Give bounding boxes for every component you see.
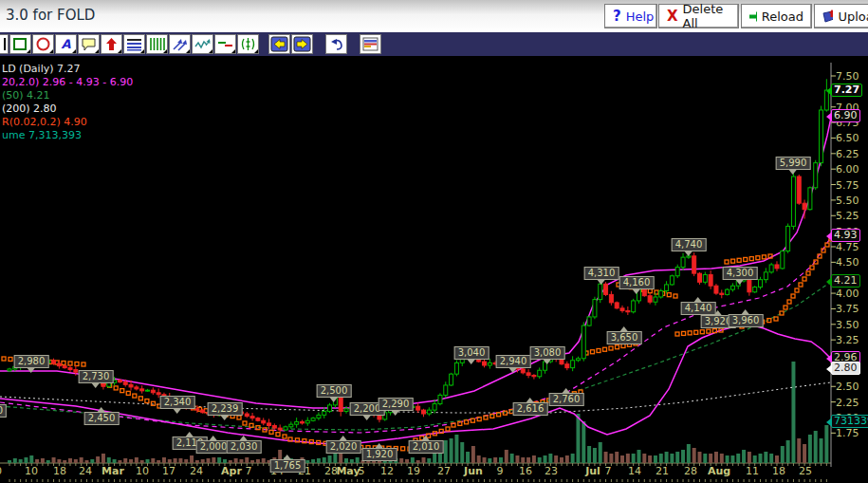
dropdown-mark-icon (95, 49, 99, 53)
rectangle-tool-button[interactable] (9, 34, 31, 54)
help-button[interactable]: ? Help (604, 4, 657, 28)
x-axis-label: 24 (190, 465, 203, 477)
x-axis-label: 16 (519, 465, 532, 477)
y-axis-label: 2.25 (836, 397, 859, 409)
price-flag[interactable]: 2,290 (379, 398, 414, 416)
price-flag[interactable]: 4,300 (723, 267, 758, 285)
pan-left-button[interactable] (268, 34, 290, 54)
price-flag[interactable]: 3,040 (454, 346, 489, 364)
badge-pointer-icon (826, 355, 831, 362)
y-axis-label: 4.75 (836, 241, 859, 253)
badge-pointer-icon (826, 278, 831, 286)
flag-pointer-down-icon (789, 170, 797, 175)
x-axis-label: 17 (162, 465, 175, 477)
axis-badge-value: 7.27 (834, 84, 859, 96)
trend-line-tool-button[interactable] (169, 34, 191, 54)
axis-badge-value: 6.90 (834, 109, 858, 121)
price-flag[interactable]: 1,765 (270, 455, 305, 473)
vertical-lines-tool-button[interactable] (146, 34, 168, 54)
upload-icon (822, 9, 833, 23)
dropdown-mark-icon (140, 49, 144, 53)
x-axis-label: 10 (0, 465, 2, 477)
price-flag-label: 2,500 (317, 384, 352, 398)
note-tool-button[interactable] (78, 34, 100, 54)
legend-line: 20,2.0) 2.96 - 4.93 - 6.90 (2, 76, 133, 89)
window-title: 3.0 for FOLD (6, 7, 95, 24)
y-axis-label: 6.50 (836, 132, 859, 144)
legend-line: R(0.02,0.2) 4.90 (2, 116, 133, 129)
flag-pointer-down-icon (544, 360, 551, 364)
dropdown-mark-icon (118, 49, 121, 53)
text-tool-button[interactable]: A (55, 34, 77, 54)
price-flag-label: 4,300 (723, 267, 758, 280)
chart-area[interactable]: LD (Daily) 7.2720,2.0) 2.96 - 4.93 - 6.9… (0, 59, 868, 483)
price-flag[interactable]: 2,500 (317, 384, 352, 402)
price-flag[interactable]: 2,980 (14, 355, 49, 373)
price-flag-label: 3,650 (607, 331, 642, 344)
bb_upper-line (0, 118, 831, 408)
delete-all-button[interactable]: X Delete All (658, 4, 739, 28)
price-flag[interactable]: 2,239 (208, 402, 243, 420)
vertical-line-tool-button[interactable] (0, 34, 9, 54)
arrow-marker-tool-button[interactable] (101, 34, 122, 54)
y-axis-label: 2.50 (836, 381, 859, 393)
badge-pointer-icon (826, 113, 831, 121)
flag-pointer-down-icon (28, 368, 35, 373)
ellipse-tool-button[interactable] (32, 34, 54, 54)
y-axis-label: 3.75 (836, 303, 859, 315)
x-axis-label: 24 (79, 465, 92, 477)
axis-badge-value: 2.80 (834, 362, 858, 374)
price-flag[interactable]: 1,920 (362, 443, 397, 461)
price-flag-label: 2,450 (84, 412, 120, 425)
fibonacci-tool-button[interactable] (237, 34, 259, 54)
x-axis-label: 9 (497, 465, 504, 477)
price-flag[interactable]: 3,080 (530, 346, 565, 364)
x-axis-label: 10 (136, 465, 149, 477)
text-a-icon: A (61, 37, 70, 51)
price-flag[interactable]: 2,760 (549, 388, 584, 406)
legend-line: (200) 2.80 (2, 102, 133, 116)
levels-button[interactable] (360, 34, 381, 54)
price-flag[interactable]: 4,310 (584, 267, 619, 285)
undo-button[interactable] (325, 34, 347, 54)
flag-pointer-down-icon (92, 383, 100, 388)
badge-pointer-icon (826, 365, 831, 373)
dropdown-mark-icon (163, 49, 167, 53)
y-axis-label: 5.50 (836, 195, 859, 207)
y-axis-label: 3.25 (836, 334, 859, 346)
price-flag[interactable]: 4,160 (619, 276, 655, 294)
price-flag[interactable]: 3,650 (607, 326, 642, 344)
badge-pointer-icon (826, 418, 831, 426)
price-flag[interactable]: 2,940 (496, 355, 531, 373)
price-flag[interactable]: 0 (0, 404, 7, 418)
price-flag-label: 2,239 (208, 402, 243, 416)
price-flag[interactable]: 2,730 (79, 370, 114, 388)
zigzag-tool-button[interactable] (192, 34, 213, 54)
chart-legend: LD (Daily) 7.2720,2.0) 2.96 - 4.93 - 6.9… (2, 63, 133, 142)
pan-right-button[interactable] (291, 34, 313, 54)
colored-levels-icon (362, 37, 379, 51)
badge-pointer-icon (826, 87, 831, 95)
upload-button[interactable]: Upload (814, 4, 868, 28)
reload-button[interactable]: Reload (741, 4, 812, 28)
y-axis-label: 1.75 (836, 427, 859, 439)
price-flag[interactable]: 5,990 (776, 157, 811, 175)
price-flag[interactable]: 2,616 (513, 398, 548, 416)
price-flag[interactable]: 4,740 (672, 238, 707, 256)
price-flag[interactable]: 3,960 (729, 309, 764, 327)
price-flag[interactable]: 2,030 (227, 436, 262, 454)
flag-pointer-down-icon (598, 280, 605, 285)
x-axis-label: 5 (359, 465, 365, 477)
x-axis-month-label: Mar (102, 465, 124, 477)
price-flag[interactable]: 2,450 (84, 407, 120, 425)
question-icon: ? (613, 8, 621, 25)
price-flag[interactable]: 2,340 (160, 396, 195, 414)
horizontal-lines-tool-button[interactable] (123, 34, 145, 54)
price-flag-label: 2,010 (409, 440, 444, 454)
price-flag-label: 3,080 (530, 346, 565, 360)
flag-pointer-down-icon (736, 280, 744, 285)
x-axis-label: 18 (53, 465, 66, 477)
price-flag[interactable]: 2,010 (409, 436, 444, 454)
price-flag[interactable]: 2,020 (326, 436, 361, 454)
support-resistance-tool-button[interactable] (214, 34, 236, 54)
